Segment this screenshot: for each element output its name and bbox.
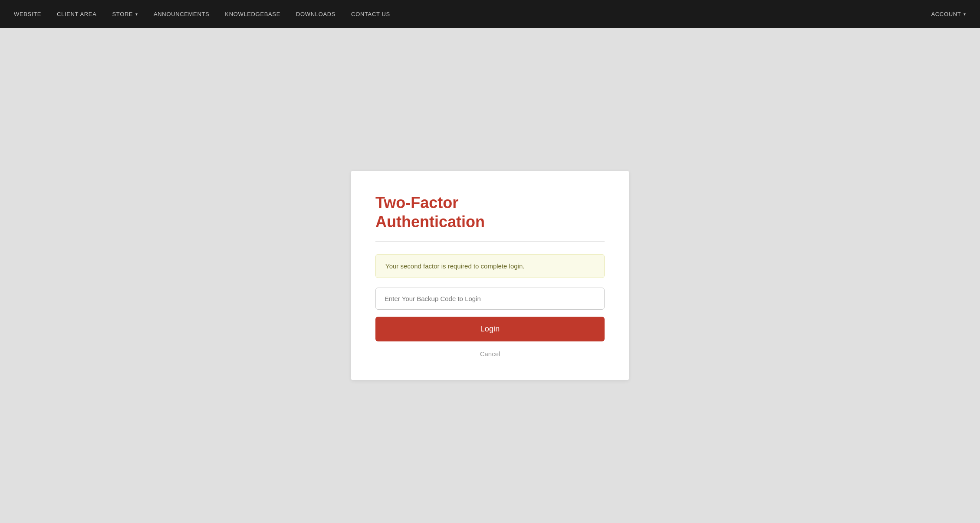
- nav-item-store[interactable]: STORE ▾: [112, 11, 138, 17]
- title-line1: Two-Factor: [375, 194, 458, 212]
- nav-item-contact-us[interactable]: CONTACT US: [351, 11, 390, 17]
- auth-card: Two-Factor Authentication Your second fa…: [351, 171, 629, 380]
- nav-left: WEBSITE CLIENT AREA STORE ▾ ANNOUNCEMENT…: [14, 11, 390, 17]
- title-line2: Authentication: [375, 213, 485, 231]
- alert-text: Your second factor is required to comple…: [385, 262, 524, 270]
- cancel-link[interactable]: Cancel: [375, 350, 605, 357]
- login-button[interactable]: Login: [375, 317, 605, 341]
- backup-code-input[interactable]: [375, 288, 605, 310]
- card-title: Two-Factor Authentication: [375, 193, 605, 231]
- nav-item-downloads[interactable]: DOWNLOADS: [296, 11, 335, 17]
- nav-right: ACCOUNT ▾: [931, 11, 966, 17]
- page-content: Two-Factor Authentication Your second fa…: [0, 28, 980, 523]
- alert-info: Your second factor is required to comple…: [375, 254, 605, 278]
- nav-item-website[interactable]: WEBSITE: [14, 11, 41, 17]
- account-dropdown-icon: ▾: [964, 12, 966, 17]
- navbar: WEBSITE CLIENT AREA STORE ▾ ANNOUNCEMENT…: [0, 0, 980, 28]
- account-label: ACCOUNT: [931, 11, 961, 17]
- nav-item-knowledgebase[interactable]: KNOWLEDGEBASE: [225, 11, 280, 17]
- nav-item-account[interactable]: ACCOUNT ▾: [931, 11, 966, 17]
- store-label: STORE: [112, 11, 133, 17]
- card-divider: [375, 242, 605, 242]
- nav-item-announcements[interactable]: ANNOUNCEMENTS: [154, 11, 209, 17]
- store-dropdown-icon: ▾: [135, 12, 138, 17]
- nav-item-client-area[interactable]: CLIENT AREA: [57, 11, 96, 17]
